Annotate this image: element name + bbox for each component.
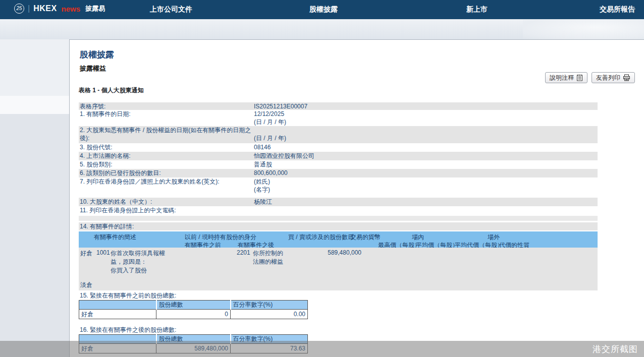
explanatory-notes-button[interactable]: 說明注釋	[545, 72, 587, 83]
banner-strip	[0, 19, 644, 39]
row-corporation-name: 4. 上市法團的名稱: 怡园酒业控股有限公司	[79, 152, 598, 160]
col-total-shares: 股份總數	[156, 301, 231, 310]
col-on-market: 場內	[412, 233, 424, 242]
col-off-market: 場外	[488, 233, 500, 242]
top-navbar: 25 | HKEX news 披露易 上市公司文件 股權披露 新上市 交易所報告	[0, 0, 644, 19]
row-chinese-commercial-code: 11. 列印在香港身份證上的中文電碼:	[79, 206, 598, 215]
details-table-body: 好倉 1001 你首次取得須具報權益，原因是： 你買入了股份 2201 你所控制…	[79, 248, 598, 290]
after-event-total-label: 16. 緊接在有關事件之後的股份總數:	[79, 326, 598, 334]
toolbar: 說明注釋 友善列印	[545, 72, 635, 83]
content-panel: 股權披露 披露權益 說明注釋 友善列印 表格 1 - 個人大股東通知 表格序號:…	[69, 39, 644, 357]
details-table-header: 有關事件的簡述 以前 / 現時持有股份的身分 買 / 賣或涉及的股份數目 交易的…	[79, 231, 598, 248]
watermark-text: 港交所截图	[593, 343, 644, 355]
nav-item-exchange-reports[interactable]: 交易所報告	[600, 5, 635, 14]
page-title: 股權披露	[80, 49, 114, 61]
row-english-name: 7. 列印在香港身份證／護照上的大股東的姓名(英文): (姓氏) (名字)	[79, 177, 598, 198]
event-description: 你首次取得須具報權益，原因是： 你買入了股份	[111, 249, 170, 275]
form-title: 表格 1 - 個人大股東通知	[79, 86, 144, 95]
printer-icon	[623, 74, 630, 81]
nav-item-disclosure-of-interests[interactable]: 股權披露	[309, 5, 338, 14]
hkex-wordmark: HKEX	[33, 4, 57, 13]
col-shares-involved: 買 / 賣或涉及的股份數目	[288, 233, 354, 242]
printer-friendly-label: 友善列印	[596, 74, 620, 82]
row-event-date: 1. 有關事件的日期: 12/12/2025 (日 / 月 / 年)	[79, 110, 598, 126]
disclosure-form: 表格序號: IS20251213E00007 1. 有關事件的日期: 12/12…	[79, 102, 598, 353]
logo-divider: |	[28, 4, 30, 13]
after-capacity-code: 2201	[237, 249, 250, 256]
details-section-label: 14. 有關事件的詳情:	[79, 222, 598, 230]
page-subtitle: 披露權益	[80, 64, 106, 73]
banner-texture	[523, 19, 644, 39]
row-form-serial: 表格序號: IS20251213E00007	[79, 102, 598, 110]
position-cell: 好倉	[79, 310, 156, 319]
hkexnews-logo[interactable]: 25 | HKEX news 披露易	[14, 4, 105, 14]
anniversary-25-icon: 25	[14, 4, 24, 14]
col-event-description: 有關事件的簡述	[94, 233, 136, 242]
news-wordmark: news	[62, 5, 81, 13]
hkexnews-disclosure-page: 25 | HKEX news 披露易 上市公司文件 股權披露 新上市 交易所報告…	[0, 0, 644, 357]
long-position-label: 好倉	[80, 249, 92, 258]
row-share-class: 5. 股份類別: 普通股	[79, 160, 598, 169]
col-percent: 百分率數字(%)	[231, 301, 308, 310]
row-aware-date: 2. 大股東知悉有關事件 / 股份權益的日期(如在有關事件的日期之後): (日 …	[79, 126, 598, 143]
event-code: 1001	[96, 249, 110, 256]
page-left-background	[0, 39, 69, 357]
short-position-label: 淡倉	[80, 281, 92, 289]
printer-friendly-button[interactable]: 友善列印	[592, 72, 635, 83]
watermark-band: 港交所截图	[0, 341, 644, 357]
row-chinese-name: 10. 大股東的姓名（中文）: 杨陵江	[79, 198, 598, 206]
total-shares-cell: 0	[156, 310, 231, 319]
before-event-total-table: 股份總數 百分率數字(%) 好倉 0 0.00	[79, 300, 308, 319]
logo-chinese-label: 披露易	[85, 4, 105, 13]
nav-item-new-listings[interactable]: 新上市	[466, 5, 488, 14]
col-currency: 交易的貨幣	[350, 233, 381, 242]
row-issued-shares: 6. 該類別的已發行股份的數目: 800,600,000	[79, 169, 598, 177]
percent-cell: 0.00	[231, 310, 308, 319]
empty-shaded-row	[79, 216, 598, 221]
notes-icon	[576, 74, 583, 81]
before-event-total-label: 15. 緊接在有關事件之前的股份總數:	[79, 291, 598, 300]
table-row: 好倉 0 0.00	[79, 310, 308, 319]
col-capacity: 以前 / 現時持有股份的身分	[185, 233, 256, 242]
shares-involved-value: 589,480,000	[281, 249, 361, 256]
nav-item-listed-company-documents[interactable]: 上市公司文件	[150, 5, 192, 14]
explanatory-notes-label: 說明注釋	[550, 74, 574, 82]
row-stock-code: 3. 股份代號: 08146	[79, 143, 598, 152]
